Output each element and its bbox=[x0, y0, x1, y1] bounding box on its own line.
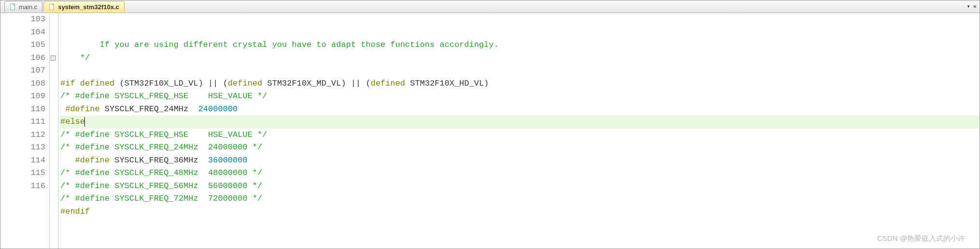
line-number: 107 bbox=[0, 64, 45, 77]
code-token: #if defined bbox=[60, 79, 119, 88]
line-number-gutter: 1031041051061071081091101111121131141151… bbox=[0, 13, 50, 249]
tab-close-icon[interactable]: ✕ bbox=[973, 3, 977, 10]
tab-main-c[interactable]: main.c bbox=[4, 1, 42, 12]
fold-cell bbox=[50, 154, 56, 167]
fold-cell bbox=[50, 26, 56, 39]
tab-system-stm32f10x-c[interactable]: system_stm32f10x.c bbox=[43, 1, 124, 12]
line-number: 114 bbox=[0, 154, 45, 167]
code-line[interactable]: /* #define SYSCLK_FREQ_56MHz 56000000 */ bbox=[59, 180, 980, 193]
code-token: If you are using different crystal you h… bbox=[60, 40, 499, 49]
code-line[interactable]: /* #define SYSCLK_FREQ_48MHz 48000000 */ bbox=[59, 167, 980, 180]
line-number: 116 bbox=[0, 180, 45, 193]
line-number: 103 bbox=[0, 13, 45, 26]
code-token: defined bbox=[371, 79, 405, 88]
fold-cell bbox=[50, 167, 56, 180]
fold-cell bbox=[50, 116, 56, 129]
code-line[interactable]: #if defined (STM32F10X_LD_VL) || (define… bbox=[59, 77, 980, 90]
code-token: /* #define SYSCLK_FREQ_24MHz 24000000 */ bbox=[60, 143, 267, 152]
code-line[interactable]: /* #define SYSCLK_FREQ_24MHz 24000000 */ bbox=[59, 141, 980, 154]
line-number: 104 bbox=[0, 26, 45, 39]
code-token: (STM32F10X_LD_VL) || ( bbox=[119, 79, 227, 88]
code-line[interactable] bbox=[59, 64, 980, 77]
code-line[interactable]: #define SYSCLK_FREQ_36MHz 36000000 bbox=[59, 154, 980, 167]
tab-label: main.c bbox=[19, 3, 37, 11]
code-token: 24000000 bbox=[198, 104, 238, 114]
code-line[interactable]: /* #define SYSCLK_FREQ_HSE HSE_VALUE */ bbox=[59, 129, 980, 142]
fold-cell bbox=[50, 141, 56, 154]
line-number: 113 bbox=[0, 141, 45, 154]
code-token: 36000000 bbox=[208, 156, 248, 165]
code-token: /* #define SYSCLK_FREQ_72MHz 72000000 */ bbox=[60, 194, 262, 203]
fold-cell bbox=[50, 129, 56, 142]
code-token: /* #define SYSCLK_FREQ_56MHz 56000000 */ bbox=[60, 181, 262, 190]
code-line[interactable]: /* #define SYSCLK_FREQ_HSE HSE_VALUE */ bbox=[59, 90, 980, 103]
fold-cell bbox=[50, 39, 56, 52]
editor-window: main.c system_stm32f10x.c ▾ ✕ 1031041051… bbox=[0, 0, 980, 249]
code-line[interactable]: #endif bbox=[59, 205, 980, 219]
code-token: #else bbox=[60, 117, 85, 126]
line-number: 106 bbox=[0, 52, 45, 65]
code-token: /* #define SYSCLK_FREQ_HSE HSE_VALUE */ bbox=[60, 91, 267, 101]
fold-cell bbox=[50, 13, 56, 26]
fold-cell bbox=[50, 64, 56, 77]
code-token: #define bbox=[60, 156, 114, 165]
code-token: SYSCLK_FREQ_24MHz bbox=[105, 104, 198, 114]
code-token: #endif bbox=[60, 207, 90, 216]
fold-toggle-icon[interactable]: - bbox=[51, 56, 56, 60]
line-number: 112 bbox=[0, 129, 45, 142]
code-line[interactable]: #define SYSCLK_FREQ_24MHz 24000000 bbox=[59, 103, 980, 116]
code-token: defined bbox=[228, 79, 262, 88]
code-token: */ bbox=[60, 53, 90, 62]
watermark: CSDN @热爱嵌入式的小许 bbox=[877, 232, 965, 245]
code-line[interactable]: If you are using different crystal you h… bbox=[59, 39, 980, 52]
line-number: 110 bbox=[0, 103, 45, 116]
file-icon bbox=[49, 3, 56, 10]
code-token: /* #define SYSCLK_FREQ_48MHz 48000000 */ bbox=[60, 168, 262, 177]
file-icon bbox=[10, 3, 16, 10]
code-line[interactable]: /* #define SYSCLK_FREQ_72MHz 72000000 */ bbox=[59, 192, 980, 205]
code-token: /* #define SYSCLK_FREQ_HSE HSE_VALUE */ bbox=[60, 130, 267, 139]
tab-dropdown-icon[interactable]: ▾ bbox=[967, 3, 970, 10]
code-content[interactable]: If you are using different crystal you h… bbox=[58, 13, 980, 249]
code-token: SYSCLK_FREQ_36MHz bbox=[114, 156, 208, 165]
line-number: 115 bbox=[0, 167, 45, 180]
fold-cell bbox=[50, 90, 56, 103]
code-line[interactable]: #else bbox=[59, 116, 980, 129]
code-token: #define bbox=[60, 104, 105, 114]
text-cursor bbox=[84, 117, 85, 127]
line-number: 105 bbox=[0, 39, 45, 52]
code-line[interactable]: */ bbox=[59, 52, 980, 65]
line-number: 108 bbox=[0, 77, 45, 90]
fold-column: - bbox=[50, 13, 56, 249]
tab-label: system_stm32f10x.c bbox=[58, 3, 119, 11]
code-token: STM32F10X_HD_VL) bbox=[405, 79, 489, 88]
fold-cell bbox=[50, 77, 56, 90]
fold-cell bbox=[50, 180, 56, 193]
code-area: 1031041051061071081091101111121131141151… bbox=[0, 13, 980, 249]
code-token: STM32F10X_MD_VL) || ( bbox=[262, 79, 370, 88]
line-number: 109 bbox=[0, 90, 45, 103]
tab-bar: main.c system_stm32f10x.c ▾ ✕ bbox=[0, 0, 980, 13]
line-number: 111 bbox=[0, 116, 45, 129]
fold-cell[interactable]: - bbox=[50, 52, 56, 65]
fold-cell bbox=[50, 103, 56, 116]
